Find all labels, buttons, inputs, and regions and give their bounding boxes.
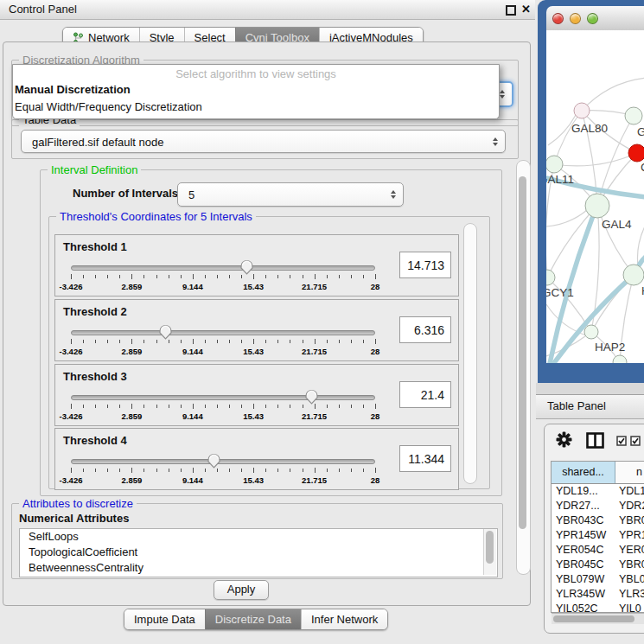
tick-mark [107, 340, 108, 343]
tab-label: Discretize Data [215, 613, 291, 626]
tick-mark [107, 275, 108, 278]
threshold-slider[interactable]: -3.4262.8599.14415.4321.71528 [71, 387, 375, 424]
table-cell: YER054C [552, 543, 615, 558]
threshold-value-field[interactable]: 11.344 [399, 445, 451, 472]
network-node-ga[interactable] [625, 107, 642, 124]
tick-mark [229, 405, 230, 408]
float-window-icon[interactable] [506, 5, 516, 16]
threshold-slider[interactable]: -3.4262.8599.14415.4321.71528 [71, 258, 375, 294]
tick-mark [83, 340, 84, 343]
tab-label: Infer Network [311, 613, 378, 626]
network-node-gal4[interactable] [585, 194, 609, 218]
attributes-list-scrollbar[interactable] [483, 529, 496, 575]
tick-label: 28 [371, 411, 380, 421]
network-node-h[interactable] [623, 265, 644, 285]
slider-thumb-icon[interactable] [239, 258, 254, 276]
number-of-intervals-combobox[interactable]: 5 [177, 182, 404, 207]
table-row[interactable]: YIL052CYIL0 [552, 602, 644, 613]
combo-stepper-icon [391, 190, 396, 199]
table-row[interactable]: YBR045CYBR0 [552, 558, 644, 572]
table-horizontal-scrollbar-thumb[interactable] [553, 615, 634, 622]
table-row[interactable]: YER054CYER0 [552, 543, 644, 558]
tab-infer-network[interactable]: Infer Network [301, 609, 387, 629]
tick-mark [131, 404, 132, 409]
tick-mark [229, 469, 230, 472]
slider-track[interactable] [71, 330, 375, 335]
slider-track[interactable] [71, 459, 375, 464]
mac-zoom-icon[interactable] [587, 13, 598, 24]
tab-impute-data[interactable]: Impute Data [124, 609, 205, 629]
tick-mark [181, 469, 182, 472]
tick-mark [83, 275, 84, 278]
threshold-label: Threshold 2 [63, 305, 127, 318]
tick-mark [193, 274, 194, 279]
apply-button[interactable]: Apply [214, 580, 269, 600]
mac-minimize-icon[interactable] [570, 13, 581, 24]
tick-mark [169, 275, 169, 278]
network-node-gal80[interactable] [574, 103, 590, 118]
threshold-scrollbar[interactable] [463, 223, 477, 484]
table-data-combobox[interactable]: galFiltered.sif default node [21, 130, 506, 153]
attributes-group-title: Attributes to discretize [19, 497, 137, 510]
panel-scrollbar[interactable] [516, 160, 531, 575]
slider-thumb-icon[interactable] [304, 388, 319, 405]
threshold-slider[interactable]: -3.4262.8599.14415.4321.71528 [71, 451, 375, 488]
algorithm-option-manual-discretization[interactable]: Manual Discretization [13, 81, 499, 99]
tick-mark [290, 469, 290, 472]
table-row[interactable]: YBL079WYBL0 [552, 572, 644, 587]
slider-thumb-icon[interactable] [207, 452, 221, 469]
table-row[interactable]: YBR043CYBR0 [552, 513, 644, 528]
network-node-label: HAP2 [595, 341, 625, 354]
table-row[interactable]: YLR345WYLR3 [552, 587, 644, 602]
numerical-attributes-list[interactable]: SelfLoopsTopologicalCoefficientBetweenne… [19, 528, 498, 577]
network-node-c[interactable] [628, 144, 644, 162]
algorithm-option-equal-width-frequency-discretization[interactable]: Equal Width/Frequency Discretization [13, 99, 499, 116]
network-node-gcy1[interactable] [546, 270, 555, 285]
tick-mark [277, 340, 278, 343]
desktop-gap [536, 383, 644, 394]
threshold-value-field[interactable]: 21.4 [399, 381, 451, 408]
threshold-item: Threshold 1-3.4262.8599.14415.4321.71528… [54, 234, 459, 296]
threshold-value-field[interactable]: 6.316 [399, 316, 451, 343]
close-icon[interactable]: ✕ [521, 3, 531, 16]
tick-mark [193, 339, 194, 344]
slider-track[interactable] [71, 395, 375, 400]
slider-track[interactable] [71, 265, 375, 271]
tick-mark [315, 339, 316, 344]
table-horizontal-scrollbar[interactable] [552, 613, 644, 624]
checkbox-icon[interactable] [630, 436, 641, 446]
table-cell: YLR345W [552, 587, 615, 602]
threshold-item: Threshold 4-3.4262.8599.14415.4321.71528… [54, 428, 459, 490]
list-item[interactable]: SelfLoops [20, 529, 497, 545]
tick-mark [253, 274, 254, 279]
network-canvas[interactable]: GAL80GACGAL11GAL4GCY1HHAP2 [546, 30, 644, 363]
table-header-row: shared... n [552, 462, 644, 484]
tick-label: 28 [371, 282, 380, 291]
slider-thumb-icon[interactable] [158, 323, 173, 341]
threshold-value-field[interactable]: 14.713 [399, 252, 451, 278]
mac-close-icon[interactable] [552, 13, 564, 24]
tick-mark [193, 404, 194, 409]
list-item[interactable]: BetweennessCentrality [20, 560, 497, 576]
tick-mark [327, 469, 328, 472]
tick-mark [351, 469, 352, 472]
network-node-hap2[interactable] [584, 325, 598, 339]
split-columns-icon[interactable] [586, 432, 604, 449]
gear-icon[interactable] [556, 431, 572, 448]
table-row[interactable]: YPR145WYPR1 [552, 528, 644, 543]
column-header-shared-name[interactable]: shared... [552, 462, 615, 483]
tick-mark [303, 340, 303, 343]
checkbox-icon[interactable] [616, 436, 627, 446]
table-row[interactable]: YDR27...YDR2 [552, 499, 644, 513]
tab-discretize-data[interactable]: Discretize Data [205, 609, 301, 629]
list-item[interactable]: TopologicalCoefficient [20, 545, 497, 560]
threshold-slider[interactable]: -3.4262.8599.14415.4321.71528 [71, 322, 375, 359]
network-node-p[interactable] [613, 355, 627, 363]
slider-tick-labels: -3.4262.8599.14415.4321.71528 [71, 411, 375, 421]
panel-scrollbar-thumb[interactable] [519, 176, 526, 529]
tick-label: 2.859 [122, 282, 143, 291]
network-node-gal11[interactable] [546, 156, 563, 173]
table-cell: YIL0 [615, 602, 644, 613]
table-row[interactable]: YDL19...YDL1 [552, 484, 644, 499]
column-header-name[interactable]: n [615, 462, 644, 483]
